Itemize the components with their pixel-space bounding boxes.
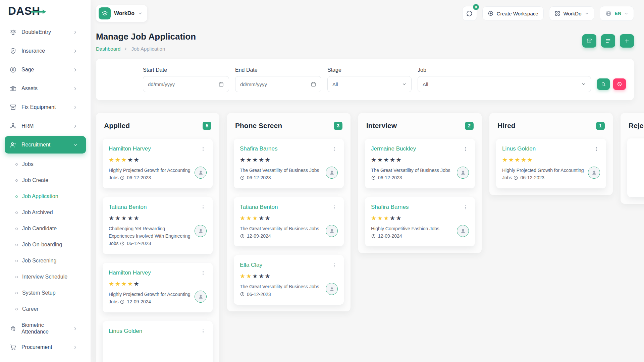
applicant-name-link[interactable]: Tatiana Benton <box>109 204 147 210</box>
applicant-avatar[interactable] <box>195 291 207 303</box>
card-menu-button[interactable] <box>462 204 469 211</box>
card-menu-button[interactable] <box>593 145 600 153</box>
scale-icon <box>9 28 17 36</box>
card-menu-button[interactable] <box>200 204 207 211</box>
start-date-field-group: Start Date <box>143 67 229 92</box>
sidebar-item-sage[interactable]: S Sage <box>0 60 91 79</box>
kanban-column-header: Applied 5 <box>103 120 213 139</box>
submenu-item[interactable]: Job Candidate <box>0 221 91 237</box>
card-menu-button[interactable] <box>331 262 338 269</box>
create-button[interactable] <box>620 34 634 48</box>
application-card[interactable]: Linus Golden <box>103 321 213 362</box>
application-card-text: Challenging Yet Rewarding Experiences In… <box>109 225 191 247</box>
sidebar-item-fix-equipment[interactable]: Fix Equipment <box>0 98 91 117</box>
application-card[interactable]: Shafira Barnes ★★★★★ The Great Versatili… <box>234 139 344 188</box>
applicant-avatar[interactable] <box>326 167 338 179</box>
applicant-avatar[interactable] <box>195 167 207 179</box>
chevron-right-icon <box>73 49 78 54</box>
sidebar-item-label: Assets <box>21 85 68 92</box>
workspace-switcher[interactable]: WorkDo <box>96 5 147 22</box>
application-card[interactable]: Tatiana Benton ★★★★★ The Great Versatili… <box>234 197 344 247</box>
applicant-avatar[interactable] <box>588 167 600 179</box>
applicant-name-link[interactable]: Linus Golden <box>109 328 142 335</box>
sidebar-item-recruitment[interactable]: Recruitment <box>5 136 86 154</box>
card-menu-button[interactable] <box>331 204 338 211</box>
applicant-name-link[interactable]: Hamilton Harvey <box>109 269 151 276</box>
breadcrumb-dashboard-link[interactable]: Dashboard <box>96 46 120 52</box>
sidebar-item-assets[interactable]: Assets <box>0 79 91 98</box>
application-card[interactable]: Linus Golden ★★★★★ Highly Projected Grow… <box>496 139 606 188</box>
card-menu-button[interactable] <box>200 328 207 335</box>
applicant-name-link[interactable]: Linus Golden <box>502 145 536 152</box>
submenu-item[interactable]: Career <box>0 301 91 317</box>
submenu-item[interactable]: Jobs <box>0 156 91 172</box>
sidebar: DASH DoubleEntry Insurance S Sage Asset <box>0 0 91 362</box>
job-select[interactable]: All <box>418 76 591 92</box>
applicant-name-link[interactable]: Ella Clay <box>240 262 262 268</box>
apps-menu-button[interactable]: WorkDo <box>549 6 594 20</box>
applicant-avatar[interactable] <box>457 225 469 237</box>
submenu-item[interactable]: Interview Schedule <box>0 269 91 285</box>
start-date-input[interactable] <box>143 76 229 92</box>
submenu-item[interactable]: Job Application <box>0 188 91 204</box>
submenu-item[interactable]: Job Screening <box>0 253 91 269</box>
search-filter-button[interactable] <box>597 78 610 90</box>
application-card[interactable]: Jermaine Buckley ★★★★★ The Great Versati… <box>365 139 475 188</box>
kanban-column: Phone Screen 3 Shafira Barnes ★★★★★ The … <box>227 113 351 311</box>
calendar-icon[interactable] <box>218 81 224 87</box>
rating-stars: ★★★★★ <box>371 157 469 163</box>
card-menu-button[interactable] <box>200 269 207 277</box>
applicant-name-link[interactable]: Shafira Barnes <box>371 204 409 210</box>
applicant-name-link[interactable]: Shafira Barnes <box>240 145 277 152</box>
svg-text:S: S <box>12 68 14 72</box>
sidebar-item-hrm[interactable]: HRM <box>0 117 91 135</box>
clock-icon <box>240 234 245 239</box>
kanban-column-header: Rejected <box>627 120 644 138</box>
archive-button[interactable] <box>582 34 596 48</box>
start-date-value[interactable] <box>148 81 215 87</box>
application-card[interactable] <box>627 138 644 197</box>
application-card[interactable]: Hamilton Harvey ★★★★★ Highly Projected G… <box>103 139 213 188</box>
application-card[interactable]: Hamilton Harvey ★★★★★ Highly Projected G… <box>103 263 213 312</box>
reset-filter-button[interactable] <box>613 78 626 90</box>
applicant-name-link[interactable]: Hamilton Harvey <box>109 145 151 152</box>
applicant-avatar[interactable] <box>326 283 338 295</box>
calendar-icon[interactable] <box>311 81 316 87</box>
language-selector[interactable]: EN <box>600 6 634 21</box>
applicant-name-link[interactable]: Jermaine Buckley <box>371 145 416 152</box>
applicant-avatar[interactable] <box>195 225 207 237</box>
applied-date-text: 12-09-2024 <box>127 298 151 305</box>
application-card-header: Tatiana Benton <box>240 204 338 211</box>
end-date-value[interactable] <box>240 81 307 87</box>
kanban-column-count-badge: 3 <box>334 122 342 130</box>
sidebar-item-biometric-attendance[interactable]: Biometric Attendance <box>0 319 91 338</box>
card-menu-button[interactable] <box>200 145 207 153</box>
sidebar-item-doubleentry[interactable]: DoubleEntry <box>0 23 91 42</box>
brand-logo[interactable]: DASH <box>0 3 91 23</box>
application-card[interactable]: Shafira Barnes ★★★★★ Highly Competitive … <box>365 197 475 247</box>
card-menu-button[interactable] <box>331 145 338 153</box>
submenu-item[interactable]: Job Create <box>0 172 91 188</box>
bullet-icon <box>15 292 18 294</box>
sidebar-item-label: Biometric Attendance <box>21 322 68 335</box>
list-view-button[interactable] <box>601 34 615 48</box>
card-menu-button[interactable] <box>462 145 469 153</box>
applicant-avatar[interactable] <box>457 167 469 179</box>
sidebar-item-insurance[interactable]: Insurance <box>0 42 91 60</box>
submenu-item[interactable]: Job Archived <box>0 204 91 221</box>
messages-button[interactable]: 0 <box>462 6 477 21</box>
submenu-item[interactable]: System Setup <box>0 285 91 301</box>
rating-stars: ★★★★★ <box>109 157 207 163</box>
stage-select[interactable]: All <box>327 76 412 92</box>
rating-stars: ★★★★★ <box>109 281 207 287</box>
applicant-avatar[interactable] <box>326 225 338 237</box>
application-card[interactable]: Ella Clay ★★★★★ The Great Versatility of… <box>234 255 344 305</box>
submenu-item[interactable]: Job On-boarding <box>0 237 91 253</box>
application-card[interactable]: Tatiana Benton ★★★★★ Challenging Yet Rew… <box>103 197 213 254</box>
messages-count-badge: 0 <box>473 4 479 10</box>
application-card-text: The Great Versatility of Business Jobs 0… <box>240 283 322 298</box>
applicant-name-link[interactable]: Tatiana Benton <box>240 204 278 210</box>
create-workspace-button[interactable]: Create Workspace <box>482 6 544 20</box>
end-date-input[interactable] <box>235 76 321 92</box>
sidebar-item-procurement[interactable]: Procurement <box>0 338 91 357</box>
